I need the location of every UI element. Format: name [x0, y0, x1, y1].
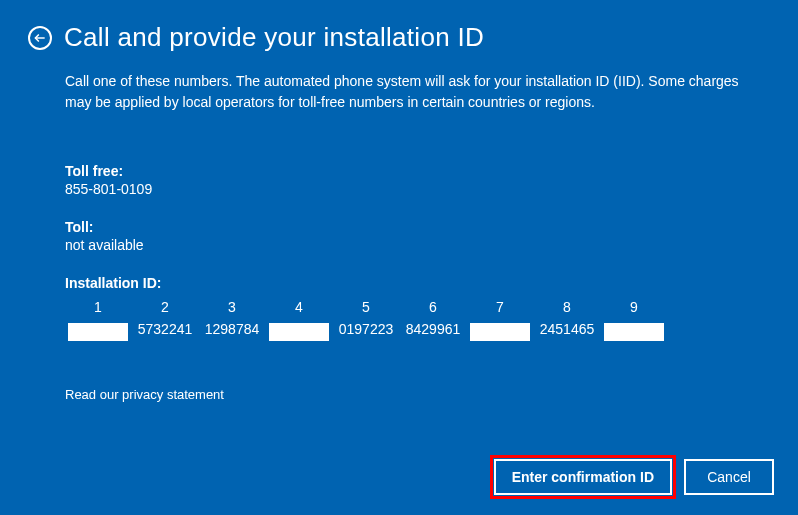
iid-value-6: 8429961	[400, 317, 466, 347]
iid-header-5: 5	[333, 297, 399, 317]
header: Call and provide your installation ID	[0, 0, 798, 53]
iid-header-2: 2	[132, 297, 198, 317]
iid-header-6: 6	[400, 297, 466, 317]
toll-free-section: Toll free: 855-801-0109	[65, 163, 758, 197]
iid-header-row: 1 2 3 4 5 6 7 8 9	[65, 297, 758, 317]
iid-value-row: 5732241 1298784 0197223 8429961 2451465	[65, 317, 758, 347]
installation-id-table: 1 2 3 4 5 6 7 8 9 5732241 1298784 019722…	[65, 297, 758, 347]
installation-id-section: Installation ID: 1 2 3 4 5 6 7 8 9 57322…	[65, 275, 758, 347]
iid-value-7	[467, 317, 533, 347]
iid-value-3: 1298784	[199, 317, 265, 347]
iid-value-8: 2451465	[534, 317, 600, 347]
iid-value-4	[266, 317, 332, 347]
toll-label: Toll:	[65, 219, 758, 235]
toll-free-value: 855-801-0109	[65, 181, 758, 197]
iid-value-2: 5732241	[132, 317, 198, 347]
footer: Enter confirmation ID Cancel	[494, 459, 774, 495]
iid-header-4: 4	[266, 297, 332, 317]
toll-value: not available	[65, 237, 758, 253]
iid-header-8: 8	[534, 297, 600, 317]
redacted-block	[269, 323, 329, 341]
content: Call one of these numbers. The automated…	[0, 53, 798, 402]
description-text: Call one of these numbers. The automated…	[65, 71, 758, 113]
installation-id-label: Installation ID:	[65, 275, 758, 291]
redacted-block	[470, 323, 530, 341]
iid-value-1	[65, 317, 131, 347]
privacy-statement-link[interactable]: Read our privacy statement	[65, 387, 758, 402]
iid-value-9	[601, 317, 667, 347]
back-icon[interactable]	[28, 26, 52, 50]
iid-header-3: 3	[199, 297, 265, 317]
toll-section: Toll: not available	[65, 219, 758, 253]
iid-header-7: 7	[467, 297, 533, 317]
enter-confirmation-id-button[interactable]: Enter confirmation ID	[494, 459, 672, 495]
page-title: Call and provide your installation ID	[64, 22, 484, 53]
iid-header-9: 9	[601, 297, 667, 317]
iid-value-5: 0197223	[333, 317, 399, 347]
cancel-button[interactable]: Cancel	[684, 459, 774, 495]
redacted-block	[68, 323, 128, 341]
iid-header-1: 1	[65, 297, 131, 317]
redacted-block	[604, 323, 664, 341]
toll-free-label: Toll free:	[65, 163, 758, 179]
